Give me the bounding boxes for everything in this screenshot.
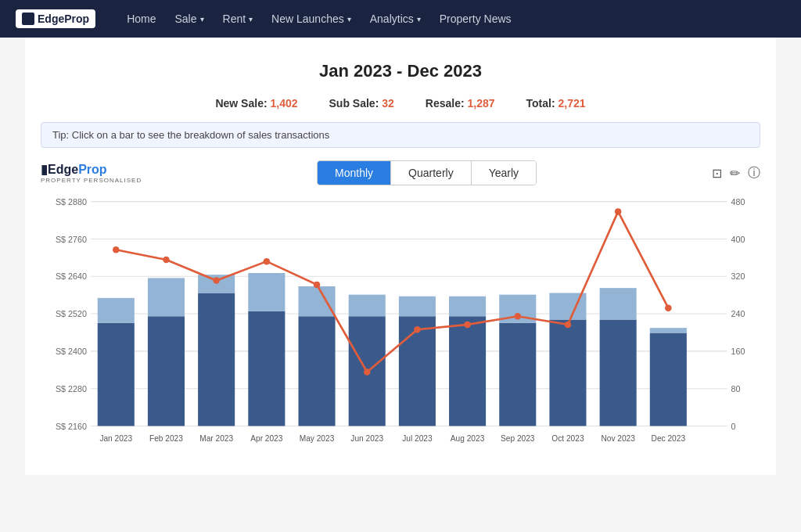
svg-text:0: 0: [731, 422, 736, 431]
svg-text:S$ 2280: S$ 2280: [56, 384, 87, 394]
bar-dark-may[interactable]: [298, 316, 335, 426]
bar-dark-jan[interactable]: [98, 323, 135, 426]
nav-sale[interactable]: Sale ▾: [174, 13, 203, 25]
line-point-dec[interactable]: [665, 304, 672, 311]
stats-row: New Sale: 1,402 Sub Sale: 32 Resale: 1,2…: [41, 97, 760, 110]
line-point-mar[interactable]: [213, 277, 220, 284]
chart-logo-sub: PROPERTY PERSONALISED: [41, 177, 142, 184]
svg-text:Nov 2023: Nov 2023: [601, 434, 635, 443]
new-sale-stat: New Sale: 1,402: [215, 97, 297, 110]
main-content: Jan 2023 - Dec 2023 New Sale: 1,402 Sub …: [25, 38, 776, 475]
bar-light-may[interactable]: [298, 286, 335, 316]
bar-dark-mar[interactable]: [198, 293, 235, 426]
line-point-feb[interactable]: [163, 257, 170, 264]
nav-rent[interactable]: Rent ▾: [223, 13, 253, 25]
nav-new-launches[interactable]: New Launches ▾: [271, 13, 351, 25]
svg-text:400: 400: [731, 235, 745, 244]
svg-text:S$ 2760: S$ 2760: [56, 235, 87, 244]
navigation: EdgeProp Home Sale ▾ Rent ▾ New Launches…: [0, 0, 801, 38]
bar-dark-feb[interactable]: [148, 316, 185, 426]
chevron-icon: ▾: [249, 15, 253, 23]
line-point-sep[interactable]: [514, 313, 521, 320]
svg-text:S$ 2160: S$ 2160: [56, 422, 87, 431]
line-point-nov[interactable]: [615, 208, 622, 215]
svg-text:480: 480: [731, 197, 745, 207]
svg-text:Apr 2023: Apr 2023: [250, 434, 283, 443]
bar-dark-oct[interactable]: [549, 320, 586, 426]
line-point-may[interactable]: [314, 282, 321, 289]
bar-light-apr[interactable]: [248, 273, 285, 311]
line-point-aug[interactable]: [464, 322, 471, 329]
page-title: Jan 2023 - Dec 2023: [41, 61, 760, 81]
svg-text:320: 320: [731, 272, 745, 282]
svg-text:Aug 2023: Aug 2023: [451, 434, 485, 443]
line-point-jul[interactable]: [414, 326, 421, 333]
svg-text:Jan 2023: Jan 2023: [99, 434, 132, 443]
chart-edit-icon[interactable]: ✏: [730, 166, 740, 181]
svg-text:S$ 2400: S$ 2400: [56, 347, 87, 356]
bar-dark-apr[interactable]: [248, 311, 285, 426]
bar-dark-dec[interactable]: [650, 333, 687, 426]
bar-light-dec[interactable]: [650, 328, 687, 332]
svg-text:Mar 2023: Mar 2023: [199, 434, 233, 443]
bar-light-jan[interactable]: [98, 298, 135, 323]
bar-light-jun[interactable]: [349, 295, 386, 317]
site-logo[interactable]: EdgeProp: [16, 9, 95, 28]
nav-analytics[interactable]: Analytics ▾: [370, 13, 421, 25]
chart-header: ▮EdgeProp PROPERTY PERSONALISED Monthly …: [41, 160, 760, 185]
chart-area: S$ 2880 S$ 2760 S$ 2640 S$ 2520 S$ 2400 …: [41, 193, 760, 459]
total-stat: Total: 2,721: [526, 97, 586, 110]
bar-light-jul[interactable]: [399, 297, 436, 317]
bar-light-aug[interactable]: [449, 297, 486, 317]
chevron-icon: ▾: [417, 15, 421, 23]
sub-sale-stat: Sub Sale: 32: [329, 97, 394, 110]
bar-dark-sep[interactable]: [499, 323, 536, 426]
line-point-oct[interactable]: [565, 322, 572, 329]
svg-text:Oct 2023: Oct 2023: [551, 434, 584, 443]
chart-download-icon[interactable]: ⊡: [712, 166, 722, 181]
svg-text:S$ 2880: S$ 2880: [56, 197, 87, 207]
resale-stat: Resale: 1,287: [426, 97, 495, 110]
bar-line-chart: S$ 2880 S$ 2760 S$ 2640 S$ 2520 S$ 2400 …: [41, 193, 760, 459]
line-point-jun[interactable]: [364, 368, 371, 376]
svg-text:S$ 2640: S$ 2640: [56, 272, 87, 282]
chart-logo: ▮EdgeProp PROPERTY PERSONALISED: [41, 162, 142, 184]
svg-text:Feb 2023: Feb 2023: [149, 434, 183, 443]
chart-toolbar: ⊡ ✏ ⓘ: [712, 165, 760, 182]
svg-text:Sep 2023: Sep 2023: [501, 434, 535, 443]
bar-dark-aug[interactable]: [449, 316, 486, 426]
svg-text:160: 160: [731, 347, 745, 356]
nav-menu: Home Sale ▾ Rent ▾ New Launches ▾ Analyt…: [127, 13, 511, 25]
chevron-icon: ▾: [200, 15, 204, 23]
svg-text:80: 80: [731, 384, 741, 394]
bar-light-feb[interactable]: [148, 278, 185, 316]
tab-group: Monthly Quarterly Yearly: [317, 160, 537, 185]
svg-text:S$ 2520: S$ 2520: [56, 309, 87, 318]
chart-logo-text: ▮EdgeProp: [41, 162, 142, 177]
bar-dark-nov[interactable]: [600, 320, 637, 426]
tab-yearly[interactable]: Yearly: [472, 161, 536, 185]
nav-home[interactable]: Home: [127, 13, 156, 25]
svg-text:Dec 2023: Dec 2023: [652, 434, 686, 443]
nav-property-news[interactable]: Property News: [440, 13, 512, 25]
svg-text:240: 240: [731, 309, 745, 318]
svg-text:May 2023: May 2023: [300, 434, 335, 443]
svg-text:Jul 2023: Jul 2023: [402, 434, 433, 443]
line-point-jan[interactable]: [113, 246, 120, 253]
line-point-apr[interactable]: [264, 258, 271, 265]
bar-light-nov[interactable]: [600, 288, 637, 319]
tip-bar: Tip: Click on a bar to see the breakdown…: [41, 122, 760, 148]
chart-info-icon[interactable]: ⓘ: [748, 165, 760, 182]
tab-monthly[interactable]: Monthly: [318, 161, 391, 185]
svg-text:Jun 2023: Jun 2023: [350, 434, 383, 443]
tab-quarterly[interactable]: Quarterly: [391, 161, 472, 185]
chevron-icon: ▾: [347, 15, 351, 23]
